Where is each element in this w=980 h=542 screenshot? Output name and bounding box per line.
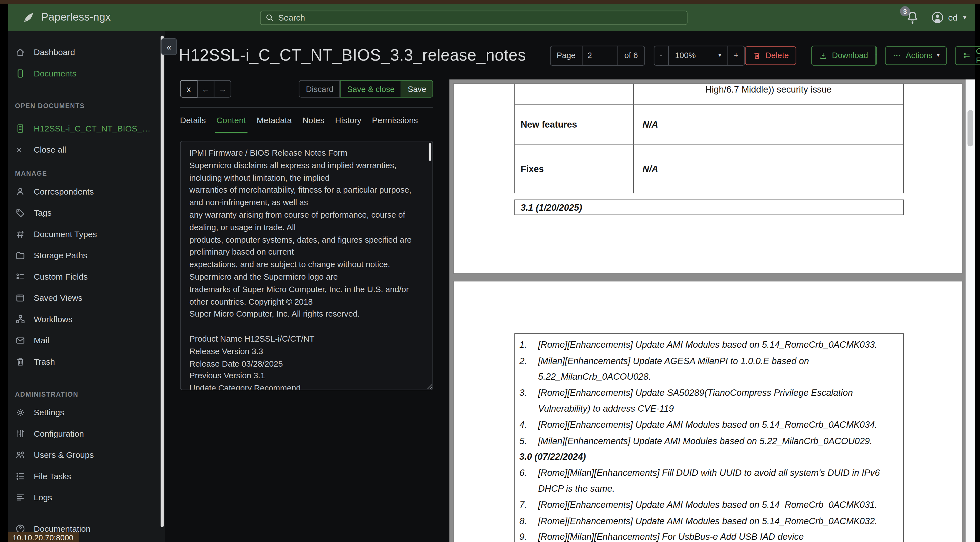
list-item: 7. [Rome][Enhancements] Update AMI Modul… <box>519 497 897 513</box>
tab-history[interactable]: History <box>335 116 361 130</box>
zoom-out-button[interactable]: - <box>654 46 668 65</box>
sidebar-item-document-types[interactable]: Document Types <box>8 223 165 245</box>
version-row: 3.1 (1/20/2025) <box>514 199 904 215</box>
app-body: Dashboard Documents OPEN DOCUMENTS H12SS… <box>8 32 975 542</box>
zoom-controls: - 100% ▾ + <box>654 45 745 65</box>
sidebar-collapse-button[interactable]: « <box>161 38 177 55</box>
discard-button[interactable]: Discard <box>299 80 340 97</box>
content-textarea-wrap: IPMI Firmware / BIOS Release Notes Form … <box>180 141 433 390</box>
sliders-icon <box>15 428 25 438</box>
chevron-down-icon: ▾ <box>718 53 721 58</box>
tab-notes[interactable]: Notes <box>302 116 325 130</box>
sidebar-item-settings[interactable]: Settings <box>8 402 165 423</box>
resize-handle-icon[interactable] <box>427 384 433 390</box>
sidebar-open-document[interactable]: H12SSL-i_C_CT_NT_BIOS_3.3_rel... <box>8 118 165 139</box>
tab-permissions[interactable]: Permissions <box>372 116 418 130</box>
logs-icon <box>15 492 25 502</box>
download-button[interactable]: Download <box>812 46 875 65</box>
section-header-administration: ADMINISTRATION <box>15 390 165 398</box>
tab-metadata[interactable]: Metadata <box>257 116 292 130</box>
sidebar-scrollbar[interactable] <box>161 35 164 527</box>
global-search-input[interactable]: Search <box>260 10 688 25</box>
download-menu-button[interactable]: ▾ <box>875 46 877 65</box>
sidebar-item-file-tasks[interactable]: File Tasks <box>8 465 165 487</box>
editor-toolbar: x ← → Discard Save & close Save <box>180 80 433 97</box>
save-and-close-button[interactable]: Save & close <box>340 80 401 97</box>
trash-icon <box>752 51 761 60</box>
list-item: 3. [Rome][Enhancements] Update SA50289(T… <box>519 385 897 417</box>
tab-details[interactable]: Details <box>180 116 206 130</box>
sidebar-item-configuration[interactable]: Configuration <box>8 423 165 444</box>
next-document-button[interactable]: → <box>215 80 231 97</box>
sidebar-item-dashboard[interactable]: Dashboard <box>8 41 165 63</box>
sidebar-item-workflows[interactable]: Workflows <box>8 308 165 330</box>
download-split-button: Download ▾ <box>811 45 877 65</box>
navbar-right: 3 ed ▼ <box>905 10 967 26</box>
pdf-scrollbar[interactable] <box>966 80 975 542</box>
custom-fields-button[interactable]: Custom Fields ▾ <box>955 46 980 65</box>
sidebar-close-all[interactable]: Close all <box>8 139 165 160</box>
sidebar-item-storage-paths[interactable]: Storage Paths <box>8 245 165 266</box>
notification-badge: 3 <box>900 6 910 16</box>
editor-tabs: Details Content Metadata Notes History P… <box>180 116 433 130</box>
brand[interactable]: Paperless-ngx <box>22 11 111 24</box>
save-button[interactable]: Save <box>401 80 433 97</box>
sidebar-item-documents[interactable]: Documents <box>8 62 165 84</box>
sidebar-item-tags[interactable]: Tags <box>8 202 165 223</box>
download-icon <box>819 51 828 60</box>
list-item: 6. [Rome][Milan][Enhancements] Fill DUID… <box>519 465 897 497</box>
document-editor: x ← → Discard Save & close Save Details … <box>165 80 449 542</box>
divider <box>180 107 433 108</box>
paperless-feather-logo-icon <box>22 11 35 24</box>
search-icon <box>266 13 274 21</box>
list-item: 4. [Rome][Enhancements] Update AMI Modul… <box>519 417 897 433</box>
zoom-level-select[interactable]: 100% ▾ <box>668 46 728 65</box>
section-header-open-documents: OPEN DOCUMENTS <box>15 102 165 110</box>
changelog-list: 1. [Rome][Enhancements] Update AMI Modul… <box>514 333 904 542</box>
search-placeholder: Search <box>278 13 305 22</box>
sidebar: Dashboard Documents OPEN DOCUMENTS H12SS… <box>8 32 165 542</box>
save-group: Discard Save & close Save <box>299 80 433 97</box>
custom-fields-icon <box>963 51 972 60</box>
pdf-page-2: 1. [Rome][Enhancements] Update AMI Modul… <box>454 282 962 542</box>
tab-content[interactable]: Content <box>216 116 246 130</box>
doc-nav-group: x ← → <box>180 80 231 97</box>
close-icon <box>15 145 25 153</box>
user-menu[interactable]: ed ▼ <box>931 11 967 24</box>
document-text-icon <box>15 123 25 134</box>
pdf-pages: High/6.7 Middle)) security issue New fea… <box>454 84 962 542</box>
previous-document-button[interactable]: ← <box>197 80 215 97</box>
sidebar-item-logs[interactable]: Logs <box>8 487 165 508</box>
notifications-button[interactable]: 3 <box>905 10 921 26</box>
pdf-scrollbar-thumb[interactable] <box>967 110 973 147</box>
ellipsis-icon <box>893 51 902 60</box>
sidebar-item-trash[interactable]: Trash <box>8 351 165 372</box>
folder-icon <box>15 250 25 260</box>
actions-dropdown-button[interactable]: Actions ▾ <box>885 46 947 65</box>
pdf-preview: High/6.7 Middle)) security issue New fea… <box>449 80 975 542</box>
content-textarea[interactable]: IPMI Firmware / BIOS Release Notes Form … <box>180 141 433 390</box>
textarea-scrollbar[interactable] <box>429 143 431 161</box>
list-item: 8. [Rome][Enhancements] Update AMI Modul… <box>519 513 897 529</box>
security-issue-text: High/6.7 Middle)) security issue <box>634 84 903 105</box>
workflows-icon <box>15 314 25 324</box>
delete-button[interactable]: Delete <box>745 46 796 65</box>
sidebar-item-users-groups[interactable]: Users & Groups <box>8 444 165 465</box>
sidebar-item-correspondents[interactable]: Correspondents <box>8 181 165 202</box>
sidebar-item-custom-fields[interactable]: Custom Fields <box>8 266 165 287</box>
sidebar-item-mail[interactable]: Mail <box>8 330 165 351</box>
version-heading: 3.0 (07/22/2024) <box>519 449 897 465</box>
close-document-button[interactable]: x <box>180 80 197 97</box>
page-number-input[interactable]: 2 <box>582 46 618 65</box>
document-actions: Delete Download ▾ <box>745 45 980 65</box>
row-value: N/A <box>634 105 903 144</box>
tag-icon <box>15 207 25 218</box>
username: ed <box>948 13 958 22</box>
page-label: Page <box>550 46 582 65</box>
release-notes-table: High/6.7 Middle)) security issue New fea… <box>514 84 904 193</box>
zoom-in-button[interactable]: + <box>728 46 744 65</box>
hash-icon <box>15 228 25 239</box>
row-label: Fixes <box>515 145 634 193</box>
chevron-down-icon: ▼ <box>962 15 967 20</box>
sidebar-item-saved-views[interactable]: Saved Views <box>8 287 165 309</box>
